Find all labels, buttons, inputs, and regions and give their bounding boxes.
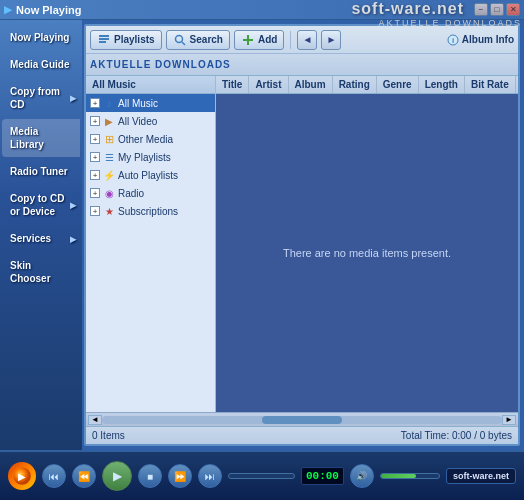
transport-bar: ▶ ⏮ ⏪ ▶ ■ ⏩ ⏭ 00:00 🔊 bbox=[0, 450, 524, 500]
svg-rect-0 bbox=[99, 35, 109, 37]
tree-item-subscriptions[interactable]: + ★ Subscriptions bbox=[86, 202, 215, 220]
playlists-icon bbox=[97, 33, 111, 47]
svg-rect-6 bbox=[243, 39, 253, 41]
stop-button[interactable]: ■ bbox=[138, 464, 162, 488]
volume-fill bbox=[381, 474, 416, 478]
forward-button[interactable]: ⏩ bbox=[168, 464, 192, 488]
items-count: 0 Items bbox=[92, 430, 125, 441]
sidebar-item-now-playing[interactable]: Now Playing bbox=[2, 25, 80, 50]
folder-icon: ⊞ bbox=[102, 132, 116, 146]
inner-panel: Playlists Search Add ◄ bbox=[84, 24, 520, 446]
volume-area bbox=[380, 473, 440, 479]
expand-icon-6[interactable]: + bbox=[90, 188, 100, 198]
close-button[interactable]: ✕ bbox=[506, 3, 520, 16]
chevron-right-icon: ▶ bbox=[70, 94, 76, 103]
prev-button[interactable]: ⏮ bbox=[42, 464, 66, 488]
expand-icon-2[interactable]: + bbox=[90, 116, 100, 126]
toolbar2: AKTUELLE DOWNLOADS bbox=[86, 54, 518, 76]
expand-icon[interactable]: + bbox=[90, 98, 100, 108]
watermark-brand: soft-ware.net bbox=[351, 0, 464, 18]
tree-item-all-music[interactable]: + ♪ All Music bbox=[86, 94, 215, 112]
svg-text:▶: ▶ bbox=[18, 471, 26, 482]
scroll-left-button[interactable]: ◄ bbox=[88, 415, 102, 425]
col-rating[interactable]: Rating bbox=[333, 76, 377, 93]
horizontal-scrollbar[interactable]: ◄ ► bbox=[86, 412, 518, 426]
radio-icon: ◉ bbox=[102, 186, 116, 200]
minimize-button[interactable]: − bbox=[474, 3, 488, 16]
list-icon: ☰ bbox=[102, 150, 116, 164]
volume-track[interactable] bbox=[380, 473, 440, 479]
sidebar-item-media-library[interactable]: Media Library bbox=[2, 119, 80, 157]
scroll-right-button[interactable]: ► bbox=[502, 415, 516, 425]
toolbar-separator bbox=[290, 31, 291, 49]
playlists-button[interactable]: Playlists bbox=[90, 30, 162, 50]
play-button[interactable]: ▶ bbox=[102, 461, 132, 491]
add-button[interactable]: Add bbox=[234, 30, 284, 50]
search-icon bbox=[173, 33, 187, 47]
window-controls: − □ ✕ bbox=[474, 3, 520, 16]
table-header: Title Artist Album Rating Genre Length B… bbox=[216, 76, 518, 94]
next-button[interactable]: ⏭ bbox=[198, 464, 222, 488]
tree-item-other-media[interactable]: + ⊞ Other Media bbox=[86, 130, 215, 148]
tree-item-auto-playlists[interactable]: + ⚡ Auto Playlists bbox=[86, 166, 215, 184]
auto-icon: ⚡ bbox=[102, 168, 116, 182]
col-bitrate[interactable]: Bit Rate bbox=[465, 76, 516, 93]
svg-point-3 bbox=[175, 35, 182, 42]
add-icon bbox=[241, 33, 255, 47]
window-title: ▶ Now Playing bbox=[4, 4, 81, 16]
col-album[interactable]: Album bbox=[289, 76, 333, 93]
subscriptions-icon: ★ bbox=[102, 204, 116, 218]
sidebar-item-copy-to-cd[interactable]: Copy to CD or Device ▶ bbox=[2, 186, 80, 224]
mute-button[interactable]: 🔊 bbox=[350, 464, 374, 488]
scrollbar-thumb[interactable] bbox=[262, 416, 342, 424]
expand-icon-5[interactable]: + bbox=[90, 170, 100, 180]
tree-panel: All Music + ♪ All Music + ▶ All Video + bbox=[86, 76, 216, 412]
table-area: Title Artist Album Rating Genre Length B… bbox=[216, 76, 518, 412]
tree-item-all-video[interactable]: + ▶ All Video bbox=[86, 112, 215, 130]
sidebar-item-radio-tuner[interactable]: Radio Tuner bbox=[2, 159, 80, 184]
col-title[interactable]: Title bbox=[216, 76, 249, 93]
svg-line-4 bbox=[182, 42, 185, 45]
back-button[interactable]: ◄ bbox=[297, 30, 317, 50]
title-bar: ▶ Now Playing soft-ware.net − □ ✕ bbox=[0, 0, 524, 20]
scrollbar-track[interactable] bbox=[102, 416, 502, 424]
search-button[interactable]: Search bbox=[166, 30, 230, 50]
table-empty-message: There are no media items present. bbox=[216, 94, 518, 412]
col-genre[interactable]: Genre bbox=[377, 76, 419, 93]
status-bar: 0 Items Total Time: 0:00 / 0 bytes bbox=[86, 426, 518, 444]
svg-text:i: i bbox=[452, 36, 454, 45]
svg-rect-1 bbox=[99, 38, 109, 40]
main-window: ▶ Now Playing soft-ware.net − □ ✕ AKTUEL… bbox=[0, 0, 524, 500]
sidebar-item-skin-chooser[interactable]: Skin Chooser bbox=[2, 253, 80, 291]
tree-item-my-playlists[interactable]: + ☰ My Playlists bbox=[86, 148, 215, 166]
total-time: Total Time: 0:00 / 0 bytes bbox=[401, 430, 512, 441]
time-display: 00:00 bbox=[301, 467, 344, 485]
brand-logo: soft-ware.net bbox=[446, 468, 516, 484]
sidebar-item-media-guide[interactable]: Media Guide bbox=[2, 52, 80, 77]
progress-track[interactable] bbox=[228, 473, 295, 479]
sidebar-item-copy-from-cd[interactable]: Copy from CD ▶ bbox=[2, 79, 80, 117]
windows-media-logo: ▶ bbox=[8, 462, 36, 490]
col-artist[interactable]: Artist bbox=[249, 76, 288, 93]
chevron-right-icon-2: ▶ bbox=[70, 201, 76, 210]
album-info-area: i Album Info bbox=[345, 34, 514, 46]
maximize-button[interactable]: □ bbox=[490, 3, 504, 16]
chevron-right-icon-3: ▶ bbox=[70, 234, 76, 243]
sidebar-item-services[interactable]: Services ▶ bbox=[2, 226, 80, 251]
expand-icon-3[interactable]: + bbox=[90, 134, 100, 144]
album-info-button[interactable]: i Album Info bbox=[447, 34, 514, 46]
forward-button[interactable]: ► bbox=[321, 30, 341, 50]
svg-rect-2 bbox=[99, 41, 106, 43]
col-length[interactable]: Length bbox=[419, 76, 465, 93]
tree-header: All Music bbox=[86, 76, 215, 94]
progress-area bbox=[228, 473, 295, 479]
video-icon: ▶ bbox=[102, 114, 116, 128]
content-area: All Music + ♪ All Music + ▶ All Video + bbox=[86, 76, 518, 412]
main-content: Now Playing Media Guide Copy from CD ▶ M… bbox=[0, 20, 524, 450]
toolbar: Playlists Search Add ◄ bbox=[86, 26, 518, 54]
rewind-button[interactable]: ⏪ bbox=[72, 464, 96, 488]
expand-icon-4[interactable]: + bbox=[90, 152, 100, 162]
sidebar: Now Playing Media Guide Copy from CD ▶ M… bbox=[0, 20, 82, 450]
expand-icon-7[interactable]: + bbox=[90, 206, 100, 216]
tree-item-radio[interactable]: + ◉ Radio bbox=[86, 184, 215, 202]
